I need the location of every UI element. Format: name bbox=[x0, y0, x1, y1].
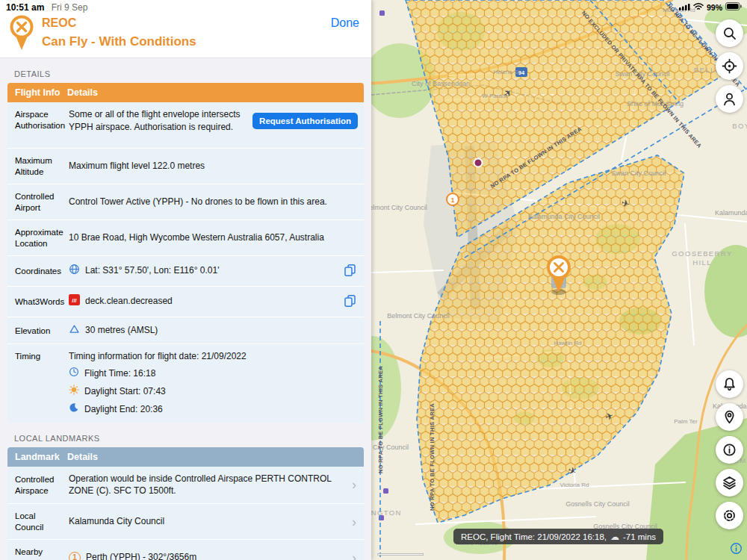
map: 94 1 Morrison RdBELLEVUESwan City Counci… bbox=[371, 0, 747, 560]
profile-icon bbox=[722, 91, 737, 107]
request-authorisation-button[interactable]: Request Authorisation bbox=[252, 113, 358, 129]
info-icon bbox=[730, 542, 743, 555]
info-icon bbox=[722, 442, 737, 458]
clock-icon bbox=[69, 367, 79, 381]
max-altitude-text: Maximum flight level 122.0 metres bbox=[69, 160, 358, 172]
map-label: GOOSEBERRY bbox=[672, 249, 732, 258]
pill-text: REOC, Flight Time: 21/09/2022 16:18, bbox=[461, 532, 607, 541]
airfield-number-badge: 1 bbox=[69, 552, 81, 560]
map-label: Gosnells City Council bbox=[565, 500, 630, 508]
daylight-end-text: Daylight End: 20:36 bbox=[84, 403, 163, 416]
nearby-airfield-text: Perth (YPPH) - 302°/3656m bbox=[86, 551, 196, 560]
battery-percent: 99% bbox=[707, 3, 722, 12]
col-details: Details bbox=[61, 87, 98, 98]
status-bar: 10:51 am Fri 9 Sep bbox=[6, 2, 87, 13]
search-icon bbox=[722, 25, 737, 41]
chevron-right-icon: › bbox=[350, 551, 358, 560]
col-flight-info: Flight Info bbox=[7, 87, 61, 98]
details-section-label: DETAILS bbox=[14, 69, 371, 78]
landmarks-section-label: LOCAL LANDMARKS bbox=[14, 434, 371, 443]
locate-button[interactable] bbox=[716, 52, 743, 80]
map-label: HILL bbox=[692, 258, 712, 267]
battery-icon bbox=[725, 2, 742, 12]
map-label: Belmont City Council bbox=[387, 312, 450, 320]
cellular-signal-icon bbox=[679, 3, 690, 12]
svg-text:///: /// bbox=[72, 297, 77, 304]
landmark-row-controlled-airspace[interactable]: Controlled Airspace Operation would be i… bbox=[7, 467, 364, 505]
landmark-row-nearby-airfields[interactable]: Nearby Airfields 1 Perth (YPPH) - 302°/3… bbox=[7, 540, 364, 560]
table-row: Coordinates Lat: S31° 57.50', Lon: E116°… bbox=[7, 256, 364, 287]
elevation-icon bbox=[69, 323, 80, 338]
settings-gear-icon bbox=[722, 508, 737, 523]
pin-button[interactable] bbox=[716, 403, 743, 431]
table-row: Maximum Altitude Maximum flight level 12… bbox=[7, 149, 364, 184]
map-label: Kalamunda City Council bbox=[715, 209, 747, 217]
airspace-auth-text: Some or all of the flight envelope inter… bbox=[69, 108, 247, 134]
layers-button[interactable] bbox=[716, 469, 743, 497]
landmarks-table: Landmark Details Controlled Airspace Ope… bbox=[7, 447, 364, 560]
map-label: Kalamunda City Council bbox=[528, 213, 600, 220]
no-fly-warning-label: NO RPA TO BE FLOWN IN THIS AREA bbox=[429, 403, 436, 511]
map-label: CANNINGTON bbox=[371, 508, 402, 517]
map-label: Hawtin Rd bbox=[554, 340, 582, 346]
chevron-right-icon: › bbox=[350, 478, 358, 491]
table-row: Airspace Authorisation Some or all of th… bbox=[7, 102, 364, 149]
map-label: Shire of Mundaring bbox=[627, 100, 684, 108]
map-legal-info-button[interactable] bbox=[730, 542, 743, 557]
status-bar-right: 99% bbox=[679, 2, 742, 12]
search-button[interactable] bbox=[716, 19, 743, 47]
details-panel: 10:51 am Fri 9 Sep REOC Can Fly - With C… bbox=[0, 0, 371, 560]
profile-button[interactable] bbox=[716, 85, 743, 113]
flight-time-text: Flight Time: 16:18 bbox=[84, 367, 155, 380]
flight-info-table-header: Flight Info Details bbox=[7, 83, 364, 102]
map-label: City of Bassendean bbox=[412, 80, 470, 87]
info-button[interactable] bbox=[716, 436, 743, 464]
weather-cloud-icon: ☁ bbox=[610, 532, 619, 542]
timing-intro: Timing information for flight date: 21/0… bbox=[69, 350, 358, 363]
map-controls-bottom bbox=[716, 370, 743, 529]
map-canvas[interactable]: 94 1 Morrison RdBELLEVUESwan City Counci… bbox=[371, 0, 747, 560]
copy-icon bbox=[344, 264, 356, 276]
landmarks-table-header: Landmark Details bbox=[7, 447, 364, 467]
copy-what3words-button[interactable] bbox=[342, 293, 358, 311]
landmark-row-local-council[interactable]: Local Council Kalamunda City Council › bbox=[7, 504, 364, 540]
copy-icon bbox=[344, 294, 356, 307]
moon-icon bbox=[69, 402, 79, 417]
point-marker bbox=[474, 159, 483, 167]
approx-location-text: 10 Brae Road, High Wycombe Western Austr… bbox=[69, 231, 358, 244]
panel-header: 10:51 am Fri 9 Sep REOC Can Fly - With C… bbox=[0, 0, 371, 58]
app-pin-icon bbox=[7, 13, 36, 55]
no-fly-warning-label: NO RPA TO BE FLOWN IN THIS AREA bbox=[377, 366, 384, 473]
table-row: Controlled Airport Control Tower Active … bbox=[7, 184, 364, 220]
map-label: Belmont City Council bbox=[371, 204, 427, 211]
flight-info-table: Flight Info Details Airspace Authorisati… bbox=[7, 83, 364, 423]
map-controls-top bbox=[716, 19, 743, 113]
controlled-airport-text: Control Tower Active (YPPH) - No drones … bbox=[69, 196, 358, 208]
done-button[interactable]: Done bbox=[331, 16, 359, 30]
copy-coordinates-button[interactable] bbox=[342, 262, 358, 280]
table-row: What3Words /// deck.clean.decreased bbox=[7, 287, 364, 317]
app-title: REOC bbox=[42, 16, 196, 30]
layers-icon bbox=[722, 475, 737, 491]
coordinates-text: Lat: S31° 57.50', Lon: E116° 0.01' bbox=[85, 264, 219, 277]
flight-status-pill: REOC, Flight Time: 21/09/2022 16:18, ☁ -… bbox=[453, 529, 663, 544]
col-landmark: Landmark bbox=[7, 452, 61, 462]
local-council-text: Kalamunda City Council bbox=[69, 515, 344, 528]
bell-button[interactable] bbox=[716, 370, 743, 398]
settings-button[interactable] bbox=[716, 502, 743, 529]
map-scale-bar bbox=[377, 553, 424, 556]
wifi-icon bbox=[693, 3, 704, 12]
table-row: Approximate Location 10 Brae Road, High … bbox=[7, 220, 364, 256]
clock-date: Fri 9 Sep bbox=[52, 2, 88, 13]
fly-status-title: Can Fly - With Conditions bbox=[42, 34, 196, 49]
map-label: Swan City Council bbox=[611, 169, 666, 177]
airfield-map-badge: 1 bbox=[447, 193, 459, 205]
clock-time: 10:51 am bbox=[6, 2, 44, 13]
map-label: BOYA bbox=[732, 122, 747, 130]
table-row: Elevation 30 metres (AMSL) bbox=[7, 317, 364, 345]
map-pin-icon bbox=[722, 409, 737, 425]
chevron-right-icon: › bbox=[350, 515, 358, 529]
what3words-icon: /// bbox=[69, 294, 80, 309]
locate-icon bbox=[722, 58, 737, 74]
pill-time-delta: -71 mins bbox=[623, 532, 656, 541]
